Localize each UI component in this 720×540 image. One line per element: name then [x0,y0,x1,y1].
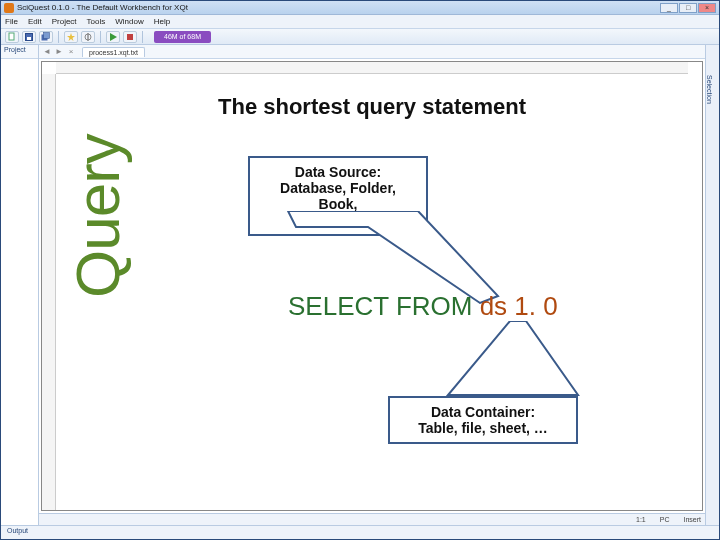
project-panel-tab[interactable]: Project [1,45,38,59]
memory-indicator: 46M of 68M [154,31,211,43]
editor-tabbar: ◄ ► × process1.xqt.txt [39,45,705,59]
slide-section-label: Query [62,134,133,298]
save-button[interactable] [22,31,36,43]
menu-file[interactable]: File [5,17,18,26]
toolbar-separator [142,31,143,43]
callout-line: Data Container: [404,404,562,420]
status-mode: Insert [683,516,701,523]
slide-content: Query The shortest query statement Data … [58,76,686,508]
callout-data-container: Data Container: Table, file, sheet, … [388,396,578,444]
menu-edit[interactable]: Edit [28,17,42,26]
maximize-button[interactable]: □ [679,3,697,13]
nav-forward-button[interactable]: ► [54,47,64,57]
toolbar-separator [58,31,59,43]
svg-rect-2 [27,37,31,40]
workbench-body: Project ◄ ► × process1.xqt.txt Query [1,45,719,525]
tools-button[interactable] [81,31,95,43]
app-window: SciQuest 0.1.0 - The Default Workbench f… [0,0,720,540]
svg-rect-9 [127,34,133,40]
output-panel-tab[interactable]: Output [1,525,719,539]
project-tree[interactable] [1,59,38,525]
slide-title: The shortest query statement [218,94,526,120]
callout-pointer-bottom [438,321,618,401]
run-button[interactable] [106,31,120,43]
ruler-horizontal [56,62,688,74]
svg-marker-11 [448,321,578,395]
file-tab[interactable]: process1.xqt.txt [82,47,145,57]
titlebar: SciQuest 0.1.0 - The Default Workbench f… [1,1,719,15]
callout-line: Table, file, sheet, … [404,420,562,436]
query-statement: SELECT FROM ds 1. 0 [288,291,558,322]
toolbar: 46M of 68M [1,29,719,45]
save-all-button[interactable] [39,31,53,43]
app-icon [4,3,14,13]
svg-marker-5 [67,33,75,41]
project-panel: Project [1,45,39,525]
selection-panel-label: Selection [706,75,713,104]
slide-canvas[interactable]: Query The shortest query statement Data … [58,76,686,508]
editor-frame: Query The shortest query statement Data … [41,61,703,511]
callout-line: Data Source: [264,164,412,180]
svg-rect-0 [9,33,14,40]
ruler-vertical [42,74,56,510]
window-title: SciQuest 0.1.0 - The Default Workbench f… [17,3,188,12]
query-keyword: SELECT FROM [288,291,472,321]
stop-button[interactable] [123,31,137,43]
editor-area: ◄ ► × process1.xqt.txt Query The shortes… [39,45,705,525]
nav-close-button[interactable]: × [66,47,76,57]
svg-rect-4 [44,32,50,38]
minimize-button[interactable]: _ [660,3,678,13]
close-button[interactable]: × [698,3,716,13]
output-tab-label: Output [7,527,28,534]
menu-project[interactable]: Project [52,17,77,26]
menu-tools[interactable]: Tools [87,17,106,26]
editor-statusbar: 1:1 PC Insert [39,513,705,525]
svg-rect-7 [87,33,88,41]
menu-window[interactable]: Window [115,17,143,26]
callout-line: Database, Folder, Book, [264,180,412,212]
selection-panel[interactable]: Selection [705,45,719,525]
status-device: PC [660,516,670,523]
wizard-button[interactable] [64,31,78,43]
svg-marker-10 [288,211,498,303]
query-datasource: ds 1. 0 [472,291,557,321]
nav-back-button[interactable]: ◄ [42,47,52,57]
toolbar-separator [100,31,101,43]
menu-help[interactable]: Help [154,17,170,26]
menubar: File Edit Project Tools Window Help [1,15,719,29]
svg-marker-8 [110,33,117,41]
new-file-button[interactable] [5,31,19,43]
status-zoom: 1:1 [636,516,646,523]
